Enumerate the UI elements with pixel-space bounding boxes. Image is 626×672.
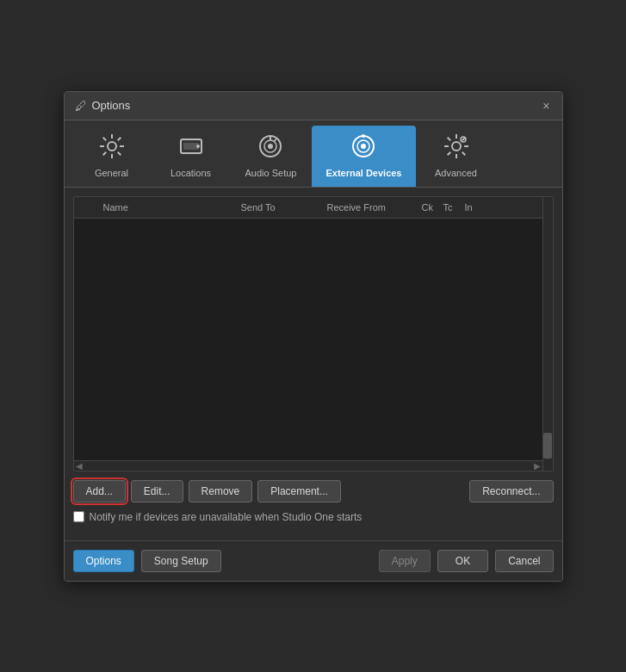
cancel-button[interactable]: Cancel (495, 550, 553, 572)
dialog-title: Options (92, 99, 131, 112)
tab-general[interactable]: General (73, 126, 151, 187)
advanced-icon (443, 133, 470, 164)
general-icon (98, 133, 126, 164)
song-setup-button[interactable]: Song Setup (141, 550, 221, 572)
scroll-left-arrow[interactable]: ◀ (74, 461, 84, 471)
notify-label: Notify me if devices are unavailable whe… (90, 511, 363, 523)
th-ck: Ck (417, 200, 438, 214)
svg-point-21 (452, 142, 461, 151)
bottom-bar: Options Song Setup Apply OK Cancel (65, 540, 562, 581)
th-send-to: Send To (236, 200, 322, 214)
action-buttons: Add... Edit... Remove Placement... Recon… (73, 480, 554, 502)
tabs-bar: General Locations (65, 120, 562, 188)
notify-checkbox-row: Notify me if devices are unavailable whe… (73, 511, 554, 523)
tab-audio-setup-label: Audio Setup (245, 168, 297, 178)
external-devices-icon (350, 133, 377, 164)
th-name: Name (98, 200, 236, 214)
scrollbar-thumb-v (543, 433, 552, 459)
dialog-icon: 🖊 (75, 99, 87, 113)
ok-button[interactable]: OK (437, 550, 488, 572)
options-button[interactable]: Options (73, 550, 134, 572)
devices-table: Name Send To Receive From Ck Tc In ◀ ▶ (73, 196, 554, 472)
svg-point-11 (196, 145, 200, 148)
th-tc: Tc (438, 200, 460, 214)
remove-button[interactable]: Remove (189, 480, 253, 502)
options-dialog: 🖊 Options × (64, 91, 563, 582)
svg-point-19 (361, 144, 366, 149)
scroll-right-arrow[interactable]: ▶ (532, 461, 542, 471)
tab-general-label: General (95, 168, 128, 178)
horizontal-scrollbar[interactable]: ◀ ▶ (74, 460, 542, 471)
svg-line-5 (102, 137, 106, 140)
svg-point-14 (268, 144, 273, 149)
tab-locations[interactable]: Locations (152, 126, 230, 187)
tab-external-devices-label: External Devices (325, 168, 401, 178)
svg-line-6 (117, 151, 121, 155)
tab-advanced-label: Advanced (435, 168, 477, 178)
close-button[interactable]: × (541, 100, 551, 112)
tab-external-devices[interactable]: External Devices (312, 126, 415, 187)
apply-button[interactable]: Apply (379, 550, 431, 572)
svg-line-16 (274, 139, 276, 142)
notify-checkbox[interactable] (73, 511, 84, 522)
th-checkbox (74, 200, 98, 214)
svg-line-27 (462, 151, 465, 155)
reconnect-button[interactable]: Reconnect... (469, 480, 553, 502)
audio-setup-icon (257, 133, 284, 164)
tab-locations-label: Locations (170, 168, 211, 178)
content-area: Name Send To Receive From Ck Tc In ◀ ▶ A… (65, 188, 562, 532)
edit-button[interactable]: Edit... (131, 480, 183, 502)
title-bar: 🖊 Options × (65, 92, 562, 120)
svg-point-20 (362, 134, 365, 138)
svg-point-0 (108, 142, 116, 151)
th-in: In (460, 200, 481, 214)
svg-line-7 (117, 137, 121, 140)
vertical-scrollbar[interactable] (542, 197, 553, 471)
title-bar-left: 🖊 Options (75, 99, 131, 113)
table-header: Name Send To Receive From Ck Tc In (74, 197, 553, 219)
placement-button[interactable]: Placement... (257, 480, 341, 502)
add-button[interactable]: Add... (73, 480, 126, 502)
svg-line-26 (447, 137, 450, 140)
th-receive-from: Receive From (322, 200, 417, 214)
svg-line-29 (447, 151, 450, 155)
table-body (74, 219, 553, 472)
svg-line-8 (102, 151, 106, 155)
locations-icon (177, 133, 205, 164)
tab-advanced[interactable]: Advanced (418, 126, 495, 187)
tab-audio-setup[interactable]: Audio Setup (232, 126, 311, 187)
